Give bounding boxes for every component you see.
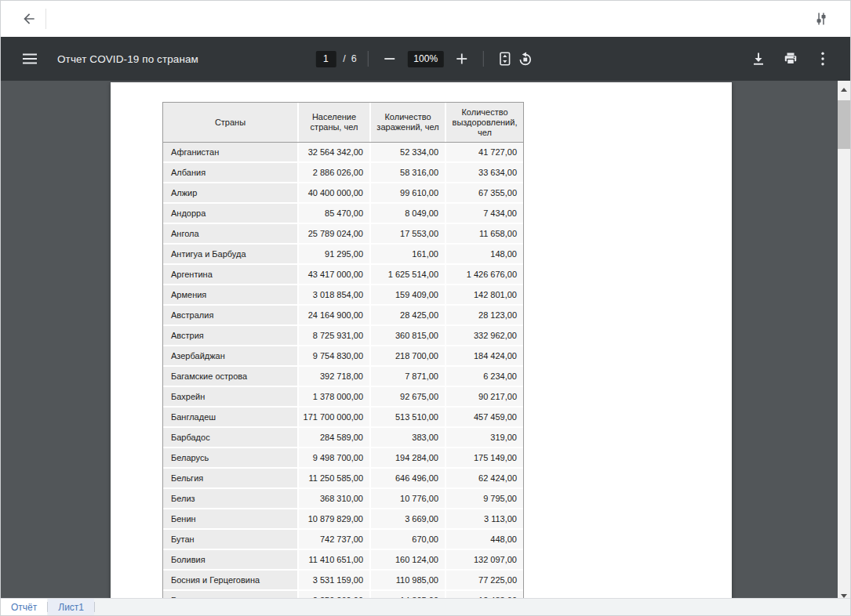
- value-cell: 11 410 651,00: [297, 550, 369, 571]
- more-options-button[interactable]: [813, 49, 833, 69]
- download-icon: [751, 51, 766, 67]
- value-cell: 159 409,00: [369, 285, 445, 306]
- print-button[interactable]: [780, 49, 801, 69]
- table-header-row: СтраныНаселение страны, челКоличество за…: [163, 103, 523, 143]
- country-cell: Бангладеш: [163, 408, 297, 428]
- value-cell: 62 424,00: [445, 469, 523, 489]
- zoom-level-input[interactable]: 100%: [408, 51, 444, 67]
- country-cell: Бахрейн: [163, 387, 297, 408]
- table-row: Босния и Герцеговина3 531 159,00110 985,…: [163, 571, 523, 591]
- scroll-thumb[interactable]: [838, 100, 850, 149]
- country-cell: Бутан: [163, 530, 297, 550]
- arrow-left-icon: [21, 11, 37, 27]
- menu-button[interactable]: [20, 49, 39, 68]
- printer-icon: [783, 51, 798, 67]
- value-cell: 11 658,00: [445, 224, 523, 245]
- value-cell: 368 310,00: [297, 489, 369, 509]
- table-row: Багамские острова392 718,007 871,006 234…: [163, 367, 523, 387]
- zoom-out-button[interactable]: [380, 49, 400, 69]
- browser-bar-divider: [45, 9, 46, 29]
- country-cell: Албания: [163, 163, 297, 183]
- value-cell: 513 510,00: [369, 408, 445, 428]
- value-cell: 392 718,00: [297, 367, 369, 387]
- value-cell: 284 589,00: [297, 428, 369, 448]
- table-row: Бутан742 737,00670,00448,00: [163, 530, 523, 550]
- value-cell: 218 700,00: [369, 346, 445, 367]
- value-cell: 3 113,00: [445, 509, 523, 530]
- country-cell: Багамские острова: [163, 367, 297, 387]
- value-cell: 8 725 931,00: [297, 326, 369, 346]
- value-cell: 99 610,00: [369, 183, 445, 204]
- tab-separator: [94, 602, 95, 612]
- value-cell: 3 669,00: [369, 509, 445, 530]
- back-button[interactable]: [20, 9, 38, 28]
- value-cell: 7 871,00: [369, 367, 445, 387]
- value-cell: 448,00: [445, 530, 523, 550]
- value-cell: 160 124,00: [369, 550, 445, 571]
- value-cell: 383,00: [369, 428, 445, 448]
- value-cell: 11 250 585,00: [297, 469, 369, 489]
- country-cell: Алжир: [163, 183, 297, 204]
- column-header: Население страны, чел: [297, 103, 369, 142]
- country-cell: Андорра: [163, 204, 297, 224]
- column-header: Количество выздоровлений, чел: [445, 103, 523, 142]
- app-window: Отчет COVID-19 по странам 1 / 6 100%: [0, 0, 851, 616]
- toolbar-divider: [368, 51, 369, 67]
- value-cell: 332 962,00: [445, 326, 523, 346]
- table-row: Армения3 018 854,00159 409,00142 801,00: [163, 285, 523, 306]
- value-cell: 742 737,00: [297, 530, 369, 550]
- table-row: Бенин10 879 829,003 669,003 113,00: [163, 509, 523, 530]
- value-cell: 646 496,00: [369, 469, 445, 489]
- tab-report[interactable]: Отчёт: [1, 599, 47, 615]
- table-row: Азербайджан9 754 830,00218 700,00184 424…: [163, 346, 523, 367]
- value-cell: 9 754 830,00: [297, 346, 369, 367]
- tune-sliders-icon: [814, 12, 828, 26]
- filters-button[interactable]: [813, 10, 830, 27]
- hamburger-icon: [22, 53, 38, 64]
- value-cell: 10 776,00: [369, 489, 445, 509]
- pdf-page: СтраныНаселение страны, челКоличество за…: [111, 82, 732, 615]
- table-row: Афганистан32 564 342,0052 334,0041 727,0…: [163, 143, 523, 163]
- table-row: Беларусь9 498 700,00194 284,00175 149,00: [163, 448, 523, 469]
- value-cell: 1 625 514,00: [369, 265, 445, 285]
- country-cell: Босния и Герцеговина: [163, 571, 297, 591]
- rotate-button[interactable]: [515, 49, 536, 69]
- country-cell: Бенин: [163, 509, 297, 530]
- table-row: Австрия8 725 931,00360 815,00332 962,00: [163, 326, 523, 346]
- value-cell: 17 553,00: [369, 224, 445, 245]
- value-cell: 43 417 000,00: [297, 265, 369, 285]
- kebab-menu-icon: [820, 51, 825, 67]
- value-cell: 360 815,00: [369, 326, 445, 346]
- country-cell: Антигуа и Барбуда: [163, 245, 297, 265]
- page-separator: /: [343, 53, 345, 64]
- document-viewport[interactable]: СтраныНаселение страны, челКоличество за…: [1, 81, 850, 615]
- value-cell: 7 434,00: [445, 204, 523, 224]
- page-number-input[interactable]: 1: [315, 51, 336, 67]
- value-cell: 171 700 000,00: [297, 408, 369, 428]
- value-cell: 32 564 342,00: [297, 143, 369, 163]
- value-cell: 52 334,00: [369, 143, 445, 163]
- value-cell: 58 316,00: [369, 163, 445, 183]
- zoom-in-button[interactable]: [452, 49, 472, 69]
- value-cell: 9 498 700,00: [297, 448, 369, 469]
- value-cell: 1 378 000,00: [297, 387, 369, 408]
- document-title: Отчет COVID-19 по странам: [57, 53, 198, 65]
- value-cell: 142 801,00: [445, 285, 523, 306]
- fit-page-button[interactable]: [495, 49, 515, 69]
- column-header: Страны: [163, 103, 297, 142]
- download-button[interactable]: [748, 49, 769, 69]
- value-cell: 110 985,00: [369, 571, 445, 591]
- value-cell: 10 879 829,00: [297, 509, 369, 530]
- country-cell: Барбадос: [163, 428, 297, 448]
- scroll-up-button[interactable]: [838, 81, 850, 94]
- table-row: Антигуа и Барбуда91 295,00161,00148,00: [163, 245, 523, 265]
- country-cell: Армения: [163, 285, 297, 306]
- value-cell: 25 789 024,00: [297, 224, 369, 245]
- country-cell: Австралия: [163, 306, 297, 326]
- value-cell: 33 634,00: [445, 163, 523, 183]
- country-cell: Аргентина: [163, 265, 297, 285]
- value-cell: 1 426 676,00: [445, 265, 523, 285]
- vertical-scrollbar[interactable]: [838, 81, 850, 600]
- value-cell: 161,00: [369, 245, 445, 265]
- tab-sheet1[interactable]: Лист1: [48, 599, 94, 615]
